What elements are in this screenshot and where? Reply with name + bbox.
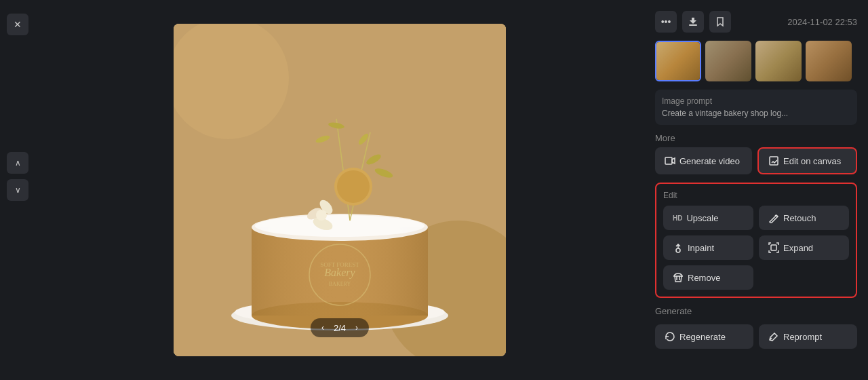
generate-video-button[interactable]: Generate video bbox=[655, 147, 752, 174]
thumbnails-row bbox=[655, 41, 857, 81]
nav-up-button[interactable]: ∧ bbox=[7, 152, 28, 174]
svg-text:BAKERY: BAKERY bbox=[329, 281, 351, 287]
nav-buttons: ∧ ∨ bbox=[7, 152, 28, 201]
thumbnail-3[interactable] bbox=[755, 41, 802, 81]
remove-button[interactable]: Remove bbox=[663, 265, 753, 290]
bookmark-icon bbox=[715, 16, 726, 27]
cake-image: SOFT FOREST Bakery BAKERY bbox=[174, 24, 506, 356]
reprompt-icon bbox=[768, 331, 779, 342]
canvas-icon bbox=[768, 155, 779, 166]
cake-illustration: SOFT FOREST Bakery BAKERY bbox=[174, 24, 506, 356]
svg-point-31 bbox=[676, 248, 680, 252]
video-icon bbox=[665, 155, 675, 166]
svg-rect-29 bbox=[665, 157, 672, 164]
download-button[interactable] bbox=[682, 11, 704, 33]
nav-down-button[interactable]: ∨ bbox=[7, 179, 28, 201]
remove-icon bbox=[673, 272, 684, 283]
edit-on-canvas-button[interactable]: Edit on canvas bbox=[757, 147, 857, 174]
more-label: More bbox=[655, 133, 857, 143]
reprompt-button[interactable]: Reprompt bbox=[759, 324, 857, 349]
more-section: More Generate video Edit on canvas bbox=[655, 133, 857, 174]
download-icon bbox=[688, 16, 698, 27]
image-prompt-title: Image prompt bbox=[662, 96, 850, 106]
thumbnail-2[interactable] bbox=[705, 41, 751, 81]
retouch-icon bbox=[768, 212, 779, 223]
image-prompt-text: Create a vintage bakery shop log... bbox=[662, 109, 850, 118]
regenerate-button[interactable]: Regenerate bbox=[655, 324, 753, 349]
edit-section: Edit HD Upscale Retouch Inpaint bbox=[655, 183, 857, 298]
expand-button[interactable]: Expand bbox=[759, 235, 849, 260]
edit-section-label: Edit bbox=[663, 191, 849, 200]
thumbnail-1[interactable] bbox=[655, 41, 701, 81]
svg-text:Bakery: Bakery bbox=[324, 267, 355, 279]
more-options-button[interactable]: ••• bbox=[655, 11, 677, 33]
svg-point-23 bbox=[337, 170, 370, 203]
bookmark-button[interactable] bbox=[709, 11, 731, 33]
timestamp: 2024-11-02 22:53 bbox=[787, 17, 857, 27]
generate-buttons-grid: Regenerate Reprompt bbox=[655, 324, 857, 349]
inpaint-icon bbox=[673, 242, 684, 253]
image-container: SOFT FOREST Bakery BAKERY bbox=[174, 24, 506, 356]
right-panel: ••• 2024-11-02 22:53 bbox=[644, 0, 868, 380]
svg-rect-28 bbox=[689, 24, 697, 26]
thumbnail-4[interactable] bbox=[806, 41, 852, 81]
generate-label: Generate bbox=[655, 306, 857, 316]
hd-badge: HD bbox=[673, 214, 682, 222]
top-actions: ••• 2024-11-02 22:53 bbox=[655, 11, 857, 33]
upscale-button[interactable]: HD Upscale bbox=[663, 206, 753, 230]
generate-section: Generate Regenerate Reprompt bbox=[655, 306, 857, 349]
prev-image-button[interactable]: ‹ bbox=[319, 322, 327, 334]
more-actions-grid: Generate video Edit on canvas bbox=[655, 147, 857, 174]
main-image-area: SOFT FOREST Bakery BAKERY bbox=[35, 0, 644, 380]
retouch-button[interactable]: Retouch bbox=[759, 206, 849, 230]
next-image-button[interactable]: › bbox=[353, 322, 361, 334]
close-button[interactable]: ✕ bbox=[7, 14, 28, 35]
svg-point-10 bbox=[255, 215, 425, 237]
action-icons: ••• bbox=[655, 11, 731, 33]
image-prompt-section: Image prompt Create a vintage bakery sho… bbox=[655, 90, 857, 125]
svg-rect-32 bbox=[771, 245, 776, 250]
image-navigation: ‹ 2/4 › bbox=[311, 318, 369, 337]
expand-icon bbox=[768, 242, 779, 253]
svg-point-27 bbox=[316, 210, 327, 221]
inpaint-button[interactable]: Inpaint bbox=[663, 235, 753, 260]
edit-buttons-grid: HD Upscale Retouch Inpaint bbox=[663, 206, 849, 290]
regenerate-icon bbox=[665, 331, 675, 342]
left-sidebar: ✕ ∧ ∨ bbox=[0, 0, 35, 380]
image-counter: 2/4 bbox=[334, 323, 346, 333]
